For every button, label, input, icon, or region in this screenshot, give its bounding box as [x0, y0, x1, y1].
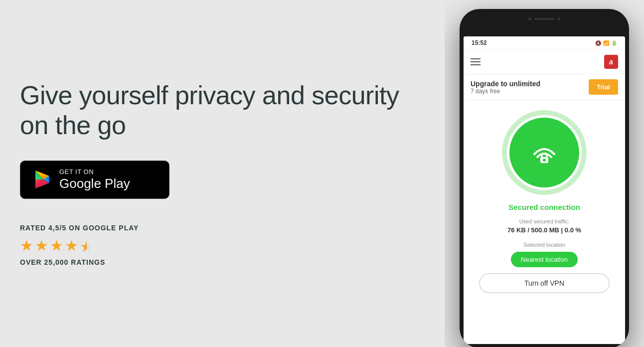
- upgrade-subtitle: 7 days free: [471, 88, 540, 95]
- stars-container: ★ ★ ★ ★ ★ ★: [20, 237, 419, 254]
- hamburger-line-1: [471, 58, 481, 59]
- avira-logo: a: [604, 55, 618, 69]
- upgrade-title: Upgrade to unlimited: [471, 80, 540, 88]
- upgrade-banner: Upgrade to unlimited 7 days free Trial: [464, 74, 625, 100]
- star-1: ★: [20, 237, 33, 254]
- play-store-icon: [32, 170, 52, 189]
- vpn-circle-inner[interactable]: [509, 118, 579, 187]
- google-play-label: Google Play: [59, 176, 130, 191]
- rating-label: RATED 4,5/5 ON GOOGLE PLAY: [20, 224, 419, 232]
- status-icons: 🔇 📶 🔋: [595, 40, 617, 46]
- star-3: ★: [50, 237, 63, 254]
- status-bar: 15:52 🔇 📶 🔋: [464, 36, 625, 50]
- wifi-icon: 📶: [603, 40, 609, 46]
- battery-icon: 🔋: [611, 40, 617, 46]
- phone-wrapper: 15:52 🔇 📶 🔋 a: [445, 0, 644, 347]
- star-2: ★: [35, 237, 48, 254]
- vpn-circle-outer: [502, 110, 587, 195]
- hamburger-menu-button[interactable]: [471, 58, 481, 65]
- left-section: Give yourself privacy and security on th…: [0, 0, 449, 347]
- star-4: ★: [65, 237, 78, 254]
- avira-logo-text: a: [609, 58, 613, 66]
- turn-off-vpn-button[interactable]: Turn off VPN: [479, 273, 610, 293]
- hamburger-line-3: [471, 64, 481, 65]
- camera-dot-2: [557, 17, 560, 20]
- speaker-bar: [534, 18, 554, 20]
- status-time: 15:52: [472, 39, 487, 46]
- traffic-value: 76 KB / 500.0 MB | 0.0 %: [507, 226, 581, 234]
- location-label: Selected location: [511, 242, 578, 248]
- phone-notch: [514, 14, 574, 24]
- play-text-wrapper: GET IT ON Google Play: [59, 168, 130, 191]
- app-header: a: [464, 50, 625, 74]
- mute-icon: 🔇: [595, 40, 601, 46]
- ratings-count: OVER 25,000 RATINGS: [20, 258, 419, 266]
- get-it-on-label: GET IT ON: [59, 168, 130, 176]
- phone-screen: 15:52 🔇 📶 🔋 a: [464, 36, 625, 344]
- secured-label: Secured connection: [508, 203, 580, 211]
- trial-button[interactable]: Trial: [589, 79, 618, 95]
- location-section: Selected location Nearest location: [511, 242, 578, 267]
- star-half-filled: ★: [80, 238, 87, 255]
- camera-dot: [528, 17, 531, 20]
- headline: Give yourself privacy and security on th…: [20, 81, 419, 141]
- star-half: ★ ★: [80, 238, 94, 253]
- phone-device: 15:52 🔇 📶 🔋 a: [460, 9, 629, 347]
- hamburger-line-2: [471, 61, 481, 62]
- traffic-label: Used secured traffic:: [507, 218, 581, 224]
- svg-point-6: [543, 159, 546, 162]
- vpn-shield-icon: [527, 135, 562, 170]
- nearest-location-button[interactable]: Nearest location: [511, 252, 578, 267]
- traffic-section: Used secured traffic: 76 KB / 500.0 MB |…: [507, 218, 581, 234]
- vpn-status-area: Secured connection Used secured traffic:…: [464, 100, 625, 344]
- upgrade-text-block: Upgrade to unlimited 7 days free: [471, 80, 540, 95]
- google-play-button[interactable]: GET IT ON Google Play: [20, 161, 169, 199]
